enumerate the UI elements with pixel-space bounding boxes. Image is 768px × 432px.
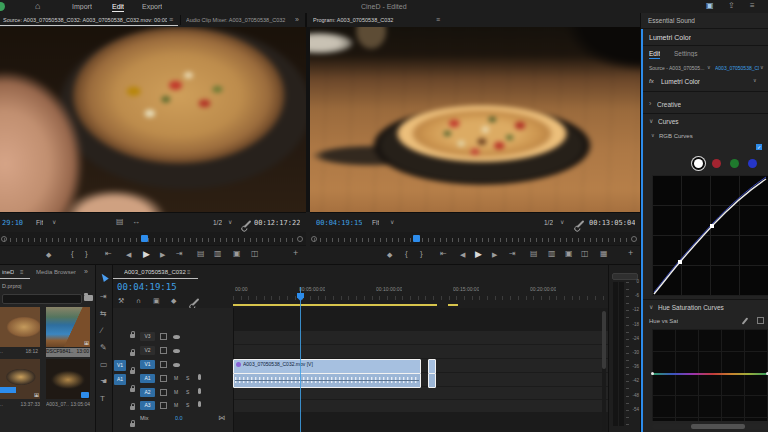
timeline-display-settings-icon[interactable]: [192, 298, 200, 306]
source-panel-menu-icon[interactable]: ≡: [169, 16, 173, 23]
curve-channel-red[interactable]: [712, 159, 721, 168]
type-tool[interactable]: T: [100, 395, 105, 403]
mark-in-icon[interactable]: {: [405, 250, 408, 258]
track-lane-a3[interactable]: [233, 400, 608, 412]
lift-icon[interactable]: ▤: [530, 250, 538, 258]
rgb-curves-checkbox[interactable]: ✓: [756, 144, 762, 150]
source-resolution-select[interactable]: 1/2: [213, 219, 222, 226]
play-button-icon[interactable]: ▶: [475, 250, 482, 259]
collapse-arrow-icon[interactable]: ›: [649, 100, 651, 107]
settings-wrench-icon[interactable]: [577, 220, 585, 228]
work-area-bar[interactable]: [233, 304, 437, 306]
chevron-down-icon[interactable]: ∨: [760, 65, 764, 70]
mix-level-value[interactable]: 0.0: [175, 415, 183, 421]
sync-lock-icon[interactable]: [160, 333, 167, 340]
lumetri-hscrollbar[interactable]: [652, 424, 768, 429]
new-bin-folder-icon[interactable]: [84, 295, 93, 301]
lock-icon[interactable]: [130, 334, 135, 338]
lumetri-source-select[interactable]: Source - A003_070505...: [649, 65, 707, 71]
program-zoom-select[interactable]: Fit: [372, 219, 379, 226]
mark-in-icon[interactable]: {: [71, 250, 74, 258]
rgb-curve-editor[interactable]: [652, 175, 768, 296]
scroll-thumb[interactable]: [602, 311, 606, 369]
hamburger-menu-icon[interactable]: ≡: [750, 2, 755, 10]
source-mini-ruler[interactable]: [0, 232, 306, 245]
play-button-icon[interactable]: ▶: [143, 250, 150, 259]
project-item-label[interactable]: .. 13:37:33: [0, 401, 40, 410]
hand-tool[interactable]: ☚: [100, 378, 107, 386]
project-tab[interactable]: ineD: [2, 269, 14, 275]
expand-arrow-icon[interactable]: ∨: [649, 304, 653, 310]
export-frame-icon[interactable]: ▣: [565, 250, 573, 258]
expand-arrow-icon[interactable]: ∨: [651, 133, 655, 138]
scroll-knob-right[interactable]: [631, 236, 637, 242]
lock-icon[interactable]: [130, 370, 135, 374]
add-marker-icon[interactable]: ◆: [171, 297, 176, 304]
chevron-down-icon[interactable]: ∨: [390, 219, 394, 225]
audio-clip-mixer-tab[interactable]: Audio Clip Mixer: A003_07050538_C032: [186, 17, 292, 23]
reset-curve-icon[interactable]: [757, 317, 764, 324]
track-target-v3[interactable]: V3: [140, 332, 155, 341]
track-lane-a2[interactable]: [233, 387, 608, 399]
timeline-playhead-line[interactable]: [300, 287, 301, 432]
expand-arrow-icon[interactable]: ∨: [649, 118, 653, 124]
step-forward-icon[interactable]: ▶: [492, 251, 497, 258]
voiceover-mic-icon[interactable]: [198, 374, 201, 380]
eyedropper-icon[interactable]: [742, 317, 749, 324]
source-timecode[interactable]: 29:10: [2, 219, 23, 227]
home-icon[interactable]: ⌂: [35, 2, 40, 11]
track-target-a1[interactable]: A1: [140, 374, 155, 383]
hue-vs-sat-editor[interactable]: [652, 329, 768, 421]
step-back-icon[interactable]: ◀: [460, 251, 465, 258]
curve-channel-white[interactable]: [694, 159, 703, 168]
project-item-label[interactable]: .. 18:12: [0, 348, 40, 357]
solo-button[interactable]: S: [186, 375, 189, 381]
scroll-knob-left[interactable]: [311, 236, 317, 242]
video-clip-fragment[interactable]: [428, 359, 436, 374]
ripple-edit-tool[interactable]: ⇆: [100, 310, 107, 318]
mute-button[interactable]: M: [174, 375, 178, 381]
section-creative[interactable]: Creative: [657, 101, 681, 108]
toggle-track-output-icon[interactable]: [173, 349, 180, 353]
sync-lock-icon[interactable]: [160, 389, 167, 396]
share-icon[interactable]: ⇪: [728, 2, 735, 10]
film-icon[interactable]: ▤: [116, 218, 124, 226]
program-timecode[interactable]: 00:04:19:15: [316, 219, 362, 227]
sync-lock-icon[interactable]: [160, 402, 167, 409]
add-button-icon[interactable]: +: [628, 249, 633, 258]
lock-icon[interactable]: [130, 406, 135, 410]
track-target-a3[interactable]: A3: [140, 401, 155, 410]
curve-channel-blue[interactable]: [748, 159, 757, 168]
hue-endpoint-left[interactable]: [651, 372, 654, 375]
project-panel-menu-icon[interactable]: ≡: [20, 269, 24, 275]
add-marker-icon[interactable]: ◆: [46, 251, 51, 258]
chevron-down-icon[interactable]: ∨: [707, 65, 711, 70]
section-curves[interactable]: Curves: [658, 118, 679, 125]
export-frame-icon[interactable]: ▣: [233, 250, 241, 258]
lumetri-clip-select[interactable]: A003_07050538_C03...: [715, 65, 759, 71]
menu-tab-export[interactable]: Export: [142, 3, 162, 10]
track-target-a2[interactable]: A2: [140, 388, 155, 397]
sync-lock-icon[interactable]: [160, 375, 167, 382]
solo-button[interactable]: S: [186, 389, 189, 395]
source-playhead[interactable]: [141, 235, 148, 242]
mute-button[interactable]: M: [174, 402, 178, 408]
go-to-out-icon[interactable]: ⇥: [176, 250, 183, 258]
track-target-v1[interactable]: V1: [140, 360, 155, 369]
section-hue-saturation-curves[interactable]: Hue Saturation Curves: [658, 304, 724, 311]
lock-icon[interactable]: [130, 388, 135, 392]
scroll-knob-right[interactable]: [297, 236, 303, 242]
video-clip[interactable]: A003_07050538_C032.mov [V]: [233, 359, 421, 374]
timeline-settings-icon[interactable]: ⚒: [118, 297, 124, 304]
project-item-label[interactable]: A003_07.. 13:05:04: [46, 401, 90, 410]
work-area-fragment[interactable]: [448, 304, 458, 306]
add-marker-icon[interactable]: ◆: [387, 251, 392, 258]
scroll-knob-left[interactable]: [1, 236, 7, 242]
toggle-track-output-icon[interactable]: [173, 363, 180, 367]
go-to-in-icon[interactable]: ⇤: [440, 250, 447, 258]
source-monitor-tab[interactable]: Source: A003_07050538_C032: A003_0705053…: [3, 17, 167, 23]
menu-tab-import[interactable]: Import: [72, 3, 92, 10]
timeline-timecode[interactable]: 00:04:19:15: [117, 282, 177, 292]
timeline-panel-menu-icon[interactable]: ≡: [187, 269, 191, 275]
rectangle-tool[interactable]: ▭: [100, 361, 108, 369]
